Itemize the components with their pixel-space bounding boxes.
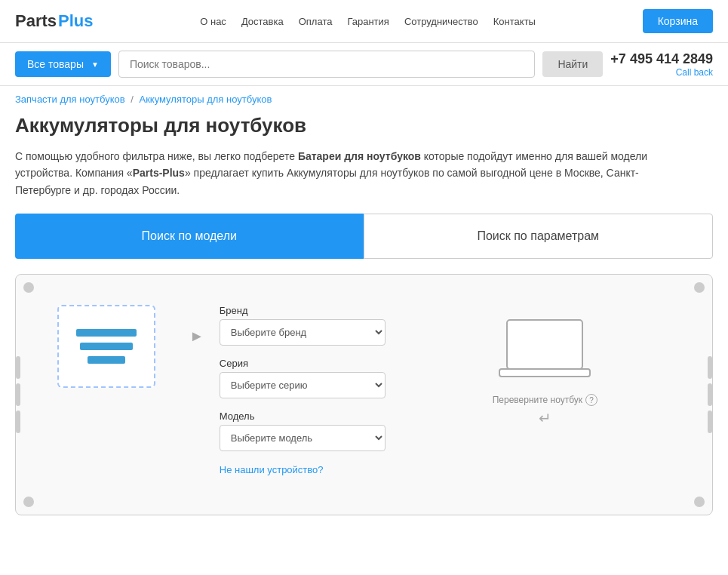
search-button[interactable]: Найти [542,51,603,77]
nav-contacts[interactable]: Контакты [493,16,536,27]
laptop-svg [492,312,597,388]
phone-number: +7 495 414 2849 [610,51,713,66]
flip-label: Переверните ноутбук ? [493,394,597,406]
search-tabs: Поиск по модели Поиск по параметрам [15,214,713,259]
question-icon: ? [585,394,597,406]
laptop-illustration-left [38,305,174,388]
main-nav: О нас Доставка Оплата Гарантия Сотруднич… [200,16,536,27]
page-title: Аккумуляторы для ноутбуков [15,114,713,137]
main-content: Запчасти для ноутбуков / Аккумуляторы дл… [0,86,728,530]
breadcrumb-parent[interactable]: Запчасти для ноутбуков [15,94,125,105]
bold-batteries: Батареи для ноутбуков [298,150,421,162]
tab-params[interactable]: Поиск по параметрам [364,214,714,259]
side-bars-left [16,356,20,433]
corner-dot-br [694,497,705,507]
side-bar [16,383,20,406]
laptop-line-2 [80,343,133,350]
nav-about[interactable]: О нас [200,16,226,27]
bold-brand: Parts-Plus [133,167,185,179]
call-back-link[interactable]: Call back [610,67,713,78]
arrow-right-icon: ► [189,327,204,345]
side-bar [708,410,712,433]
svg-rect-0 [507,320,582,369]
side-bars-right [708,356,712,433]
svg-rect-1 [499,369,590,377]
phone-block: +7 495 414 2849 Call back [610,51,713,78]
series-select[interactable]: Выберите серию [220,372,386,398]
all-products-button[interactable]: Все товары ▼ [15,51,111,77]
breadcrumb-separator: / [131,94,136,105]
breadcrumb-current[interactable]: Аккумуляторы для ноутбуков [139,94,272,105]
model-label: Модель [220,410,386,422]
side-bar [708,383,712,406]
brand-label: Бренд [220,305,386,316]
search-bar: Все товары ▼ Найти +7 495 414 2849 Call … [0,43,728,86]
model-select[interactable]: Выберите модель [220,425,386,451]
nav-cooperation[interactable]: Сотрудничество [404,16,478,27]
brand-group: Бренд Выберите бренд [220,305,386,346]
page-description: С помощью удобного фильтра ниже, вы легк… [15,148,679,198]
nav-payment[interactable]: Оплата [299,16,333,27]
laptop-illustration-right: Переверните ноутбук ? ↵ [401,305,690,427]
filter-form: Бренд Выберите бренд Серия Выберите сери… [220,305,386,475]
cart-button[interactable]: Корзина [643,9,713,33]
nav-delivery[interactable]: Доставка [241,16,284,27]
breadcrumb: Запчасти для ноутбуков / Аккумуляторы дл… [15,94,713,105]
not-found-link[interactable]: Не нашли устройство? [220,464,324,475]
chevron-down-icon: ▼ [91,60,99,69]
logo[interactable]: Parts Plus [15,11,94,31]
filter-box: ► Бренд Выберите бренд Серия Выберите се… [15,274,713,515]
laptop-dashed-box [57,305,155,388]
series-group: Серия Выберите серию [220,358,386,398]
laptop-line-3 [88,356,125,364]
logo-parts-text: Parts [15,11,57,31]
header: Parts Plus О нас Доставка Оплата Гаранти… [0,0,728,43]
laptop-line-1 [76,329,137,337]
model-group: Модель Выберите модель [220,410,386,451]
side-bar [16,356,20,379]
logo-plus-text: Plus [58,11,93,31]
corner-dot-tr [694,282,705,293]
series-label: Серия [220,358,386,369]
search-input[interactable] [118,51,536,78]
flip-arrow-icon: ↵ [539,409,551,427]
side-bar [16,410,20,433]
filter-inner: ► Бренд Выберите бренд Серия Выберите се… [31,290,697,490]
nav-warranty[interactable]: Гарантия [347,16,389,27]
corner-dot-bl [23,497,34,507]
brand-select[interactable]: Выберите бренд [220,319,386,346]
tab-model[interactable]: Поиск по модели [15,214,364,259]
side-bar [708,356,712,379]
